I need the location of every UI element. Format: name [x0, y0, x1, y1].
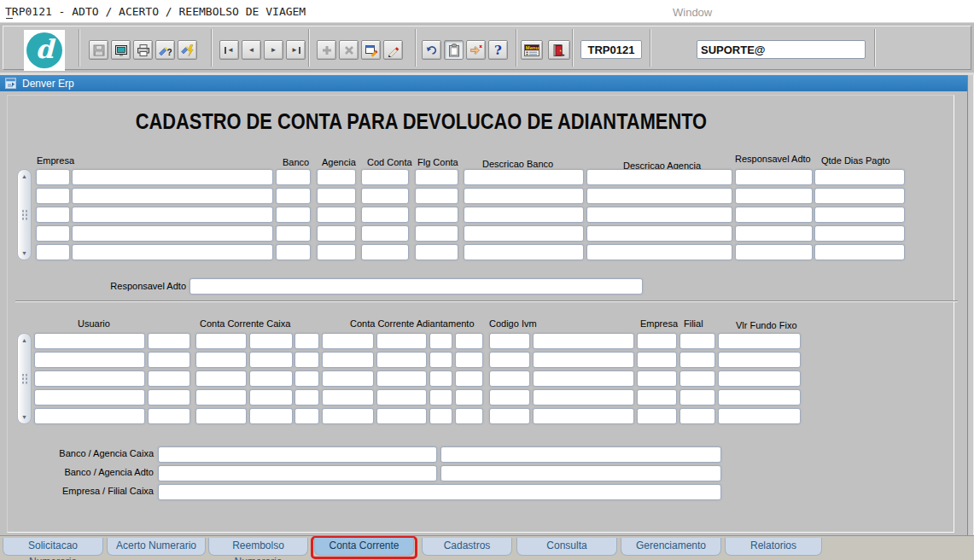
grid1-cell-r2-c2[interactable] — [72, 188, 273, 204]
first-record-button[interactable]: ◄ — [219, 40, 239, 60]
grid1-cell-r2-c3[interactable] — [276, 188, 311, 204]
grid1-cell-r3-c7[interactable] — [464, 207, 584, 223]
grid1-cell-r1-c10[interactable] — [814, 169, 905, 185]
help-button[interactable]: ? — [488, 40, 508, 60]
grid1-cell-r1-c5[interactable] — [361, 169, 409, 185]
grid2-cell-r2-c9[interactable] — [455, 352, 483, 368]
edit-button[interactable] — [361, 40, 381, 60]
grid1-cell-r5-c4[interactable] — [317, 244, 356, 260]
grid1-cell-r1-c3[interactable] — [276, 169, 311, 185]
grid2-cell-r1-c12[interactable] — [637, 333, 677, 349]
grid1-cell-r4-c2[interactable] — [72, 225, 273, 242]
grid2-cell-r3-c2[interactable] — [148, 370, 190, 387]
grid1-cell-r4-c6[interactable] — [415, 225, 458, 242]
grid2-cell-r2-c12[interactable] — [637, 352, 677, 368]
grid2-cell-r3-c4[interactable] — [249, 370, 293, 387]
grid2-cell-r5-c4[interactable] — [249, 408, 293, 424]
tab-solicitacao-numerario[interactable]: Solicitacao Numerario — [3, 538, 103, 556]
screen-button[interactable] — [111, 40, 131, 60]
grid2-cell-r3-c7[interactable] — [376, 370, 427, 387]
tab-acerto-numerario[interactable]: Acerto Numerario — [107, 538, 206, 556]
print-button[interactable] — [133, 40, 153, 60]
grid2-cell-r1-c6[interactable] — [322, 333, 374, 349]
grid1-cell-r5-c7[interactable] — [464, 244, 584, 260]
grid2-cell-r1-c13[interactable] — [679, 333, 715, 349]
scroll-down-icon[interactable]: ▼ — [21, 249, 27, 257]
grid1-cell-r1-c8[interactable] — [586, 169, 732, 185]
grid2-cell-r1-c1[interactable] — [34, 333, 145, 349]
grid2-cell-r1-c2[interactable] — [148, 333, 190, 349]
exit-with-hand-button[interactable] — [466, 40, 486, 60]
grid1-cell-r5-c5[interactable] — [361, 244, 409, 260]
grid2-cell-r2-c13[interactable] — [679, 352, 715, 368]
grid2-cell-r5-c6[interactable] — [322, 408, 374, 424]
grid2-cell-r5-c9[interactable] — [455, 408, 483, 424]
grid1-cell-r4-c1[interactable] — [36, 225, 70, 242]
responsavel-adto-field[interactable] — [190, 278, 643, 295]
grid1-cell-r4-c5[interactable] — [361, 225, 409, 242]
grid1-cell-r2-c5[interactable] — [361, 188, 409, 204]
grid1-cell-r1-c9[interactable] — [735, 169, 813, 185]
tab-cadastros[interactable]: Cadastros — [422, 538, 512, 556]
grid2-cell-r4-c14[interactable] — [718, 389, 801, 405]
menu-button[interactable]: Menu — [521, 40, 543, 60]
grid2-cell-r1-c4[interactable] — [249, 333, 293, 349]
grid1-cell-r2-c8[interactable] — [586, 188, 732, 204]
save-button[interactable] — [89, 40, 108, 60]
grid2-cell-r2-c8[interactable] — [429, 352, 452, 368]
grid1-cell-r3-c3[interactable] — [276, 207, 311, 223]
execute-query-button[interactable] — [178, 40, 197, 60]
grid1-cell-r4-c9[interactable] — [735, 225, 813, 242]
grid1-cell-r2-c6[interactable] — [415, 188, 458, 204]
grid1-cell-r3-c2[interactable] — [72, 207, 273, 223]
grid2-cell-r4-c3[interactable] — [195, 389, 247, 405]
grid2-cell-r3-c9[interactable] — [455, 370, 483, 387]
tab-relatorios[interactable]: Relatorios — [725, 538, 822, 556]
enter-query-button[interactable]: ? — [155, 40, 175, 60]
grid2-cell-r2-c10[interactable] — [489, 352, 530, 368]
grid2-cell-r3-c8[interactable] — [429, 370, 452, 387]
grid2-cell-r4-c2[interactable] — [148, 389, 190, 405]
grid2-cell-r3-c3[interactable] — [195, 370, 247, 387]
grid2-cell-r4-c4[interactable] — [249, 389, 293, 405]
clipboard-button[interactable] — [444, 40, 464, 60]
grid1-cell-r4-c10[interactable] — [814, 225, 905, 242]
last-record-button[interactable]: ► — [286, 40, 306, 60]
tab-reembolso-numerario[interactable]: Reembolso Numerario — [208, 538, 308, 556]
agencia-adto-field[interactable] — [440, 465, 721, 481]
grid1-cell-r3-c6[interactable] — [415, 207, 458, 223]
grid1-cell-r2-c7[interactable] — [464, 188, 584, 204]
mdi-title-bar[interactable]: Denver Erp — [0, 75, 974, 91]
tab-gerenciamento[interactable]: Gerenciamento — [621, 538, 721, 556]
module-code-field[interactable] — [580, 40, 642, 59]
user-field[interactable] — [697, 40, 866, 59]
grid2-cell-r4-c12[interactable] — [637, 389, 677, 405]
grid1-cell-r1-c6[interactable] — [415, 169, 458, 185]
grid1-cell-r3-c9[interactable] — [735, 207, 813, 223]
grid2-cell-r4-c7[interactable] — [376, 389, 427, 405]
grid1-cell-r5-c6[interactable] — [415, 244, 458, 260]
grid2-cell-r4-c5[interactable] — [295, 389, 319, 405]
grid1-cell-r5-c1[interactable] — [36, 244, 70, 260]
grid2-cell-r3-c14[interactable] — [718, 370, 801, 387]
previous-record-button[interactable]: ◄ — [242, 40, 261, 60]
grid1-cell-r1-c7[interactable] — [464, 169, 584, 185]
grid2-cell-r1-c3[interactable] — [195, 333, 247, 349]
grid1-cell-r1-c4[interactable] — [317, 169, 356, 185]
scrollbar-grip[interactable] — [21, 373, 28, 384]
grid1-cell-r3-c8[interactable] — [586, 207, 732, 223]
grid1-cell-r3-c4[interactable] — [317, 207, 356, 223]
grid1-cell-r3-c5[interactable] — [361, 207, 409, 223]
grid1-cell-r5-c10[interactable] — [814, 244, 905, 260]
grid1-cell-r3-c1[interactable] — [36, 207, 70, 223]
grid2-cell-r5-c7[interactable] — [376, 408, 427, 424]
list-of-values-button[interactable] — [383, 40, 403, 60]
window-menu-item[interactable]: Window — [673, 6, 712, 19]
grid2-cell-r1-c5[interactable] — [295, 333, 319, 349]
grid1-cell-r4-c4[interactable] — [317, 225, 356, 242]
grid2-cell-r2-c6[interactable] — [322, 352, 374, 368]
grid2-cell-r2-c2[interactable] — [148, 352, 190, 368]
grid2-cell-r2-c11[interactable] — [533, 352, 634, 368]
grid2-cell-r5-c12[interactable] — [637, 408, 677, 424]
grid1-cell-r2-c9[interactable] — [735, 188, 813, 204]
